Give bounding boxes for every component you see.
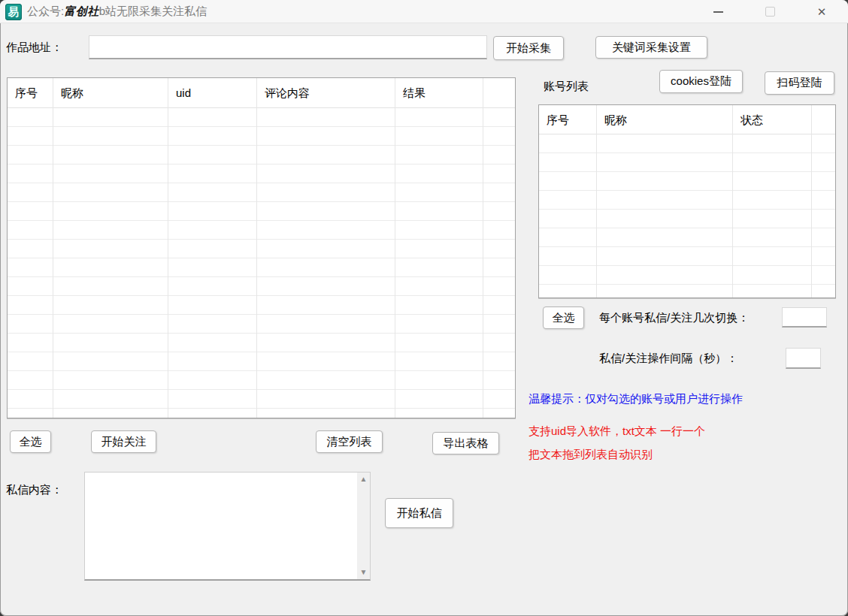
clear-list-button[interactable]: 清空列表 bbox=[316, 430, 383, 453]
notice-tip-blue: 温馨提示：仅对勾选的账号或用户进行操作 bbox=[528, 392, 743, 406]
comments-col-nickname: 昵称 bbox=[53, 78, 168, 418]
minimize-button[interactable] bbox=[701, 0, 735, 23]
cookies-login-button[interactable]: cookies登陆 bbox=[659, 70, 743, 93]
comments-col-index: 序号 bbox=[8, 78, 53, 418]
scroll-up-icon[interactable]: ▲ bbox=[360, 476, 368, 483]
keyword-collect-settings-button[interactable]: 关键词采集设置 bbox=[595, 36, 707, 59]
minimize-icon bbox=[713, 11, 723, 13]
easy-language-app-icon: 易 bbox=[5, 4, 22, 20]
maximize-icon bbox=[765, 7, 775, 17]
switch-count-input[interactable] bbox=[782, 307, 827, 328]
switch-count-label: 每个账号私信/关注几次切换： bbox=[599, 311, 749, 325]
dm-scrollbar[interactable]: ▲ ▼ bbox=[357, 473, 370, 579]
export-table-button[interactable]: 导出表格 bbox=[432, 432, 499, 454]
work-url-input[interactable] bbox=[89, 35, 487, 59]
dm-content-label: 私信内容： bbox=[6, 483, 62, 497]
interval-seconds-label: 私信/关注操作间隔（秒）： bbox=[599, 352, 737, 366]
drag-text-tip-red: 把文本拖到列表自动识别 bbox=[528, 448, 653, 462]
interval-seconds-input[interactable] bbox=[786, 348, 821, 369]
close-button[interactable]: ✕ bbox=[804, 0, 839, 23]
start-collect-button[interactable]: 开始采集 bbox=[493, 36, 564, 60]
window-title: 公众号:富创社b站无限采集关注私信 bbox=[27, 5, 207, 19]
accounts-col-filler bbox=[812, 105, 835, 297]
dm-content-textarea[interactable] bbox=[85, 473, 357, 579]
start-follow-button[interactable]: 开始关注 bbox=[91, 430, 156, 453]
comments-col-result: 结果 bbox=[395, 78, 483, 418]
maximize-button[interactable] bbox=[753, 0, 787, 23]
comments-col-uid: uid bbox=[168, 78, 257, 418]
scroll-down-icon[interactable]: ▼ bbox=[360, 569, 368, 576]
accounts-col-index: 序号 bbox=[539, 105, 597, 297]
window-title-prefix: 公众号: bbox=[27, 5, 64, 17]
title-bar[interactable]: 易 公众号:富创社b站无限采集关注私信 ✕ bbox=[0, 0, 848, 23]
comments-table[interactable]: 序号 昵称 uid 评论内容 结果 bbox=[7, 77, 516, 418]
close-icon: ✕ bbox=[817, 6, 827, 17]
window-title-suffix: b站无限采集关注私信 bbox=[99, 5, 207, 17]
accounts-col-status: 状态 bbox=[733, 105, 812, 297]
uid-import-tip-red: 支持uid导入软件，txt文本 一行一个 bbox=[528, 424, 705, 439]
account-list-label: 账号列表 bbox=[544, 80, 589, 94]
dm-content-box: ▲ ▼ bbox=[84, 472, 371, 581]
comments-select-all-button[interactable]: 全选 bbox=[10, 430, 51, 453]
app-window: 易 公众号:富创社b站无限采集关注私信 ✕ 作品地址： 开始采集 关键词采集设置… bbox=[0, 0, 848, 616]
comments-col-content: 评论内容 bbox=[257, 78, 395, 418]
accounts-col-nickname: 昵称 bbox=[597, 105, 733, 297]
accounts-select-all-button[interactable]: 全选 bbox=[543, 306, 584, 329]
work-url-label: 作品地址： bbox=[6, 41, 62, 55]
comments-col-filler bbox=[483, 78, 515, 418]
window-title-brand: 富创社 bbox=[64, 5, 99, 17]
accounts-table[interactable]: 序号 昵称 状态 bbox=[538, 104, 836, 298]
qr-code-login-button[interactable]: 扫码登陆 bbox=[765, 71, 834, 95]
start-dm-button[interactable]: 开始私信 bbox=[385, 498, 453, 528]
